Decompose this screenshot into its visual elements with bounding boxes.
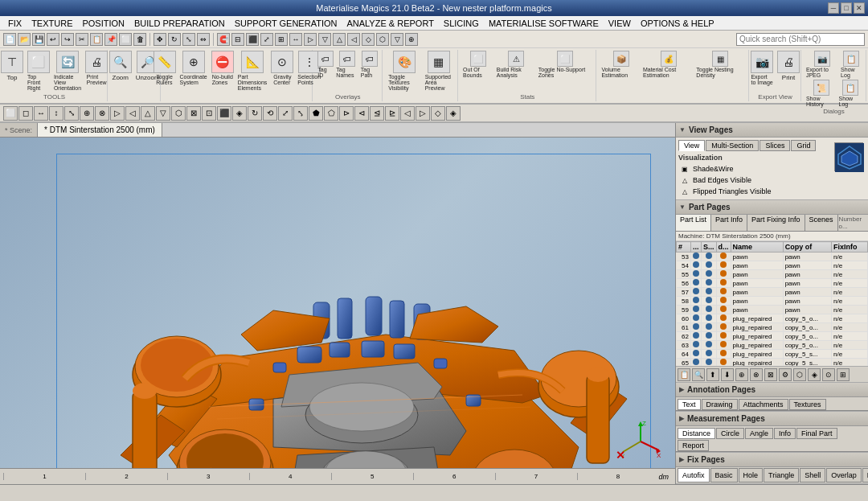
print-preview-button[interactable]: 🖨 PrintPreview bbox=[84, 50, 109, 92]
t4-button[interactable]: ◁ bbox=[347, 33, 360, 46]
fix-pages-header[interactable]: ▶ Fix Pages bbox=[676, 453, 868, 467]
cut-button[interactable]: ✂ bbox=[76, 33, 88, 46]
sec-btn-17[interactable]: ↻ bbox=[248, 106, 262, 121]
table-row[interactable]: 56pawnpawnn/e bbox=[677, 279, 868, 288]
menu-item-build[interactable]: BUILD PREPARATION bbox=[129, 18, 230, 29]
parts-table-wrap[interactable]: # ... S... d... Name Copy of FixInfo 53p… bbox=[676, 241, 868, 366]
sec-btn-18[interactable]: ⟲ bbox=[263, 106, 277, 121]
menu-item-options[interactable]: OPTIONS & HELP bbox=[636, 18, 719, 29]
viewport-canvas[interactable]: Z X Y ✕ 1 2 3 4 5 6 7 8 dm bbox=[0, 138, 675, 484]
tbl-btn-12[interactable]: ⊞ bbox=[837, 368, 850, 381]
sec-btn-29[interactable]: ◇ bbox=[431, 106, 445, 121]
part-pages-header[interactable]: ▼ Part Pages bbox=[676, 200, 868, 215]
gravity-center-button[interactable]: ⊙ GravityCenter bbox=[269, 50, 295, 92]
table-row[interactable]: 58pawnpawnn/e bbox=[677, 297, 868, 306]
tab-part-list[interactable]: Part List bbox=[676, 215, 711, 231]
group-button[interactable]: ⬛ bbox=[246, 33, 259, 46]
search-input[interactable] bbox=[736, 33, 865, 46]
tab-distance[interactable]: Distance bbox=[678, 428, 715, 439]
table-row[interactable]: 65plug_repairedcopy_5_s...n/e bbox=[677, 359, 868, 367]
sec-btn-4[interactable]: ↕ bbox=[49, 106, 63, 121]
sec-btn-24[interactable]: ⊲ bbox=[354, 106, 369, 121]
tbl-btn-9[interactable]: ⬡ bbox=[793, 368, 806, 381]
paste-button[interactable]: 📌 bbox=[104, 33, 117, 46]
annotation-pages-header[interactable]: ▶ Annotation Pages bbox=[676, 383, 868, 397]
copy-button[interactable]: 📋 bbox=[90, 33, 103, 46]
table-row[interactable]: 55pawnpawnn/e bbox=[677, 270, 868, 279]
t2-button[interactable]: ▽ bbox=[318, 33, 331, 46]
coordinate-system-button[interactable]: ⊕ CoordinateSystem bbox=[178, 50, 209, 92]
maximize-button[interactable]: □ bbox=[841, 2, 852, 14]
tab-drawing[interactable]: Drawing bbox=[702, 399, 738, 410]
tab-circle[interactable]: Circle bbox=[716, 428, 744, 439]
sec-btn-28[interactable]: ▷ bbox=[416, 106, 430, 121]
sec-btn-5[interactable]: ⤡ bbox=[64, 106, 79, 121]
tab-part-info[interactable]: Part Info bbox=[711, 215, 747, 231]
show-log-button[interactable]: 📋 Show Log bbox=[840, 50, 862, 79]
supported-area-button[interactable]: ▦ SupportedArea Preview bbox=[424, 50, 454, 92]
tbl-btn-10[interactable]: ◈ bbox=[808, 368, 821, 381]
top-front-right-button[interactable]: ⬜ Top FrontRight bbox=[26, 50, 51, 92]
sec-btn-16[interactable]: ◈ bbox=[232, 106, 247, 121]
tbl-btn-3[interactable]: ⬆ bbox=[706, 368, 719, 381]
tbl-btn-7[interactable]: ⊠ bbox=[764, 368, 777, 381]
show-log2-button[interactable]: 📋 Show Log bbox=[838, 79, 862, 108]
tab-final-part[interactable]: Final Part bbox=[796, 428, 837, 439]
tbl-btn-6[interactable]: ⊗ bbox=[750, 368, 763, 381]
sec-btn-3[interactable]: ↔ bbox=[34, 106, 48, 121]
export-jpeg-button[interactable]: 📷 Export to JPEG bbox=[805, 50, 839, 79]
menu-item-fix[interactable]: FIX bbox=[3, 18, 27, 29]
scale-button[interactable]: ⤡ bbox=[182, 33, 195, 46]
table-row[interactable]: 60plug_repairedcopy_5_o...n/e bbox=[677, 314, 868, 323]
tab-shell[interactable]: Shell bbox=[800, 468, 825, 483]
sec-btn-1[interactable]: ⬜ bbox=[3, 106, 18, 121]
new-button[interactable]: 📄 bbox=[3, 33, 16, 46]
delete-button[interactable]: 🗑 bbox=[133, 33, 146, 46]
sec-btn-15[interactable]: ⬛ bbox=[217, 106, 231, 121]
tab-autofix[interactable]: Autofix bbox=[678, 468, 710, 483]
menu-item-position[interactable]: POSITION bbox=[77, 18, 129, 29]
tbl-btn-8[interactable]: ⚙ bbox=[779, 368, 792, 381]
table-row[interactable]: 53pawnpawnn/e bbox=[677, 253, 868, 261]
print-button[interactable]: 🖨 Print bbox=[776, 50, 801, 86]
t8-button[interactable]: ⊕ bbox=[405, 33, 418, 46]
sec-btn-25[interactable]: ⊴ bbox=[370, 106, 384, 121]
close-button[interactable]: ✕ bbox=[854, 2, 865, 14]
sec-btn-23[interactable]: ⊳ bbox=[339, 106, 354, 121]
part-dimensions-button[interactable]: 📐 PartDimensionsElements bbox=[236, 50, 269, 92]
tab-text[interactable]: Text bbox=[678, 399, 701, 410]
table-row[interactable]: 54pawnpawnn/e bbox=[677, 261, 868, 270]
sec-btn-11[interactable]: ▽ bbox=[156, 106, 170, 121]
tab-slices[interactable]: Slices bbox=[760, 140, 790, 151]
table-row[interactable]: 59pawnpawnn/e bbox=[677, 306, 868, 314]
menu-item-support[interactable]: SUPPORT GENERATION bbox=[230, 18, 342, 29]
viewport-tab-active[interactable]: * DTM Sinterstation 2500 (mm) bbox=[38, 123, 162, 137]
tbl-btn-1[interactable]: 📋 bbox=[678, 368, 690, 381]
table-row[interactable]: 64plug_repairedcopy_5_s...n/e bbox=[677, 350, 868, 359]
rotate-button[interactable]: ↻ bbox=[168, 33, 181, 46]
sec-btn-7[interactable]: ⊗ bbox=[95, 106, 109, 121]
sec-btn-30[interactable]: ◈ bbox=[446, 106, 461, 121]
tab-info[interactable]: Info bbox=[774, 428, 796, 439]
indicate-view-button[interactable]: 🔄 Indicate ViewOrientation bbox=[52, 50, 83, 92]
align-button[interactable]: ⊟ bbox=[231, 33, 244, 46]
sec-btn-6[interactable]: ⊕ bbox=[80, 106, 94, 121]
magnet-button[interactable]: 🧲 bbox=[217, 33, 230, 46]
t3-button[interactable]: △ bbox=[333, 33, 346, 46]
table-row[interactable]: 63plug_repairedcopy_5_o...n/e bbox=[677, 341, 868, 350]
tab-textures[interactable]: Textures bbox=[789, 399, 826, 410]
redo-button[interactable]: ↪ bbox=[61, 33, 74, 46]
toggle-textures-button[interactable]: 🎨 Toggle TexturesVisibility bbox=[387, 50, 422, 92]
tab-attachments[interactable]: Attachments bbox=[739, 399, 788, 410]
sec-btn-27[interactable]: ◁ bbox=[400, 106, 415, 121]
menu-item-slicing[interactable]: SLICING bbox=[439, 18, 484, 29]
tbl-btn-5[interactable]: ⊕ bbox=[735, 368, 748, 381]
tbl-btn-11[interactable]: ⊙ bbox=[822, 368, 835, 381]
menu-item-materialise[interactable]: MATERIALISE SOFTWARE bbox=[484, 18, 604, 29]
no-support-zones-button[interactable]: ⬜ Toggle No-Support Zones bbox=[538, 50, 593, 79]
tab-grid[interactable]: Grid bbox=[791, 140, 816, 151]
tab-angle[interactable]: Angle bbox=[745, 428, 773, 439]
sec-btn-2[interactable]: ◻ bbox=[18, 106, 33, 121]
table-row[interactable]: 61plug_repairedcopy_5_o...n/e bbox=[677, 323, 868, 332]
tab-part-fixing[interactable]: Part Fixing Info bbox=[747, 215, 805, 231]
